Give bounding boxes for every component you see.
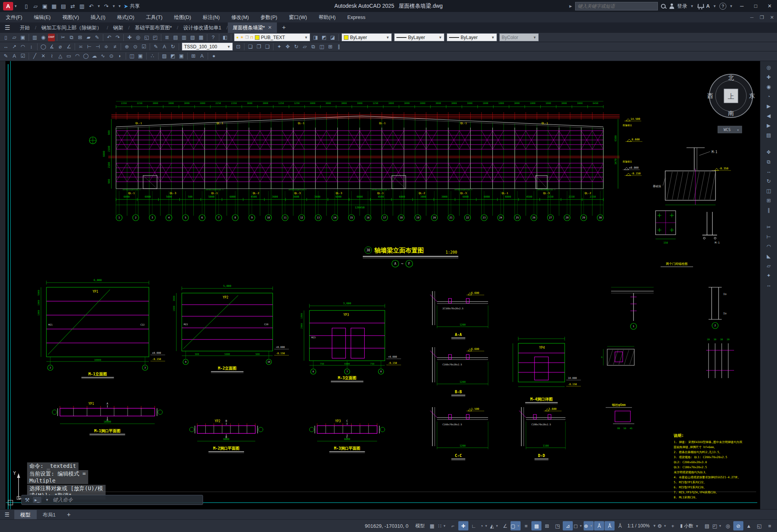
tolerance-icon[interactable]: ⊕ xyxy=(123,43,131,51)
ellipse-arc-icon[interactable]: ◗ xyxy=(116,52,124,60)
open-icon[interactable]: ▱ xyxy=(10,34,18,41)
status-hardware-acceleration[interactable]: ⊘ xyxy=(733,521,743,530)
undo-dropdown-icon[interactable]: ▼ xyxy=(97,4,101,8)
status-lineweight[interactable]: ≡ xyxy=(521,521,531,530)
menu-13[interactable]: Express xyxy=(342,12,371,22)
file-tab-2[interactable]: 钢加工车间上部（除钢架） xyxy=(36,22,107,33)
make-block-icon[interactable]: ▣ xyxy=(137,52,144,60)
orbit-icon[interactable]: ◔ xyxy=(764,92,774,101)
spell-icon[interactable]: ☑ xyxy=(19,52,27,60)
command-input[interactable]: ⚒ ▸_ ▼ 键入命令 xyxy=(21,495,203,505)
search-expand-icon[interactable]: ▶ xyxy=(569,4,572,8)
status-isolate-objects[interactable]: ◎ xyxy=(723,521,733,530)
gradient-icon[interactable]: ◩ xyxy=(169,52,177,60)
status-osnap-tracking[interactable]: ∠ xyxy=(500,521,510,530)
dim-aligned-icon[interactable]: ↗ xyxy=(10,43,18,51)
polygon-icon[interactable]: △ xyxy=(56,52,64,60)
redo-icon[interactable]: ↷ xyxy=(102,2,111,10)
explode-icon[interactable]: ✦ xyxy=(764,271,774,280)
store-cart-icon[interactable] xyxy=(697,3,704,9)
linetype-control[interactable]: ByLayer▼ xyxy=(394,33,444,41)
annotation-scale-value[interactable]: 1:1 / 100% xyxy=(625,523,651,529)
file-tab-active[interactable]: 屋面檩条墙梁*✕ xyxy=(228,22,277,33)
dim-inspect-icon[interactable]: ☑ xyxy=(140,43,148,51)
layout-menu-icon[interactable]: ☰ xyxy=(0,512,14,518)
color-control[interactable]: ByLayer▼ xyxy=(342,33,392,41)
tab-close-icon[interactable]: ✕ xyxy=(268,22,272,33)
wcs-control[interactable]: WCS▼ xyxy=(718,126,742,133)
doc-restore-button[interactable]: ❐ xyxy=(757,12,767,22)
plotstyle-control[interactable]: ByColor▼ xyxy=(499,33,539,41)
ellipse-icon[interactable]: ⊙ xyxy=(108,52,115,60)
table-icon[interactable]: ⊞ xyxy=(190,52,197,60)
erase-icon[interactable]: ▱ xyxy=(301,43,309,51)
mirror-icon[interactable]: ◫ xyxy=(318,43,326,51)
mirror-icon[interactable]: ◫ xyxy=(764,187,774,195)
cut-icon[interactable]: ✂ xyxy=(59,34,67,41)
help-dropdown-icon[interactable]: ▼ xyxy=(729,4,733,8)
dim-jogged-icon[interactable]: ↕ xyxy=(27,43,35,51)
point-icon[interactable]: ∴ xyxy=(149,52,156,60)
layer-states-icon[interactable]: ▤ xyxy=(172,34,179,41)
menu-8[interactable]: 标注(N) xyxy=(197,12,225,22)
dim-radius-icon[interactable]: ◯ xyxy=(39,43,47,51)
menu-7[interactable]: 绘图(D) xyxy=(168,12,197,22)
pan-icon[interactable]: ✚ xyxy=(764,73,774,82)
status-dynamic-ucs[interactable]: ⊿ xyxy=(563,521,573,530)
dim-style-manager-icon[interactable]: ⊡ xyxy=(234,43,242,51)
pedit-icon[interactable]: ✎ xyxy=(2,52,10,60)
dim-continue-icon[interactable]: ⊣ xyxy=(94,43,102,51)
status-3d-osnap[interactable]: ◳ xyxy=(552,521,562,530)
arc-icon[interactable]: ◠ xyxy=(73,52,81,60)
status-autoscale[interactable]: Å xyxy=(605,521,615,530)
view-back-icon[interactable]: ◀ xyxy=(764,112,774,120)
mtext-icon[interactable]: A xyxy=(198,52,206,60)
showmotion-icon[interactable]: ▶ xyxy=(764,102,774,111)
qat-customize-icon[interactable]: ▼ xyxy=(118,4,121,8)
status-transparency[interactable]: ▩ xyxy=(531,521,541,530)
layer-on-icon[interactable]: ● xyxy=(236,35,239,39)
trim-icon[interactable]: ✂ xyxy=(764,223,774,232)
layer-control[interactable]: ●☀❐⊓PUB_TEXT▼ xyxy=(234,33,310,41)
dim-update-icon[interactable]: ↻ xyxy=(169,43,177,51)
full-navigation-icon[interactable]: ◎ xyxy=(764,63,774,72)
status-annotation-visibility[interactable]: Å xyxy=(594,521,604,530)
qnew-icon[interactable]: ▯ xyxy=(2,34,10,41)
quick-calc-icon[interactable]: ▦ xyxy=(197,34,205,41)
array-icon[interactable]: ⊞ xyxy=(764,196,774,205)
search-icon[interactable] xyxy=(660,3,666,9)
menu-11[interactable]: 窗口(W) xyxy=(283,12,313,22)
doc-close-button[interactable]: ✕ xyxy=(767,12,777,22)
status-dynamic-input[interactable]: ✚ xyxy=(458,521,468,530)
dim-angular-icon[interactable]: ∠ xyxy=(65,43,73,51)
zoom-window-icon[interactable]: ◱ xyxy=(143,34,150,41)
copy-icon[interactable]: ⧉ xyxy=(764,158,774,166)
layer-match-icon[interactable]: ◩ xyxy=(320,34,328,41)
drawing-canvas[interactable]: ✕YQL-1QL-1QL-1QL-1QL-1QL-1QL-1此柱间未注墙梁均为Q… xyxy=(0,61,760,509)
dim-space-icon[interactable]: ≑ xyxy=(102,43,110,51)
menu-12[interactable]: 帮助(H) xyxy=(313,12,342,22)
doc-minimize-button[interactable]: ─ xyxy=(747,12,757,22)
save-as-icon[interactable]: ▦ xyxy=(50,2,58,10)
save-icon[interactable]: ▣ xyxy=(19,34,27,41)
help-icon[interactable]: ? xyxy=(719,3,726,10)
status-snap-mode[interactable]: ∷▼ xyxy=(437,521,447,530)
lineweight-control[interactable]: ByLayer▼ xyxy=(447,33,497,41)
status-annotation-scale-icon[interactable]: Å xyxy=(615,521,625,530)
status-osnap[interactable]: ▢▼ xyxy=(511,521,521,530)
copy-object-icon[interactable]: ⧉ xyxy=(309,43,317,51)
dim-diameter-icon[interactable]: ⌀ xyxy=(56,43,64,51)
status-isodraft[interactable]: ◭▼ xyxy=(490,521,500,530)
customize-command-icon[interactable]: ⚒ xyxy=(25,497,30,503)
autodesk-app-icon[interactable]: A xyxy=(706,3,710,9)
move-icon[interactable]: ✥ xyxy=(764,148,774,157)
tab-model[interactable]: 模型 xyxy=(14,510,37,520)
draw-order-back-icon[interactable]: ❐ xyxy=(255,43,263,51)
polyline-icon[interactable]: ≀ xyxy=(48,52,56,60)
erase-icon[interactable]: ▱ xyxy=(764,262,774,270)
minimize-button[interactable]: ─ xyxy=(736,0,748,12)
spline-icon[interactable]: ∿ xyxy=(99,52,107,60)
construction-line-icon[interactable]: ✕ xyxy=(39,52,47,60)
save-icon[interactable]: ▣ xyxy=(41,2,49,10)
make-layer-current-icon[interactable]: ◧ xyxy=(221,34,229,41)
